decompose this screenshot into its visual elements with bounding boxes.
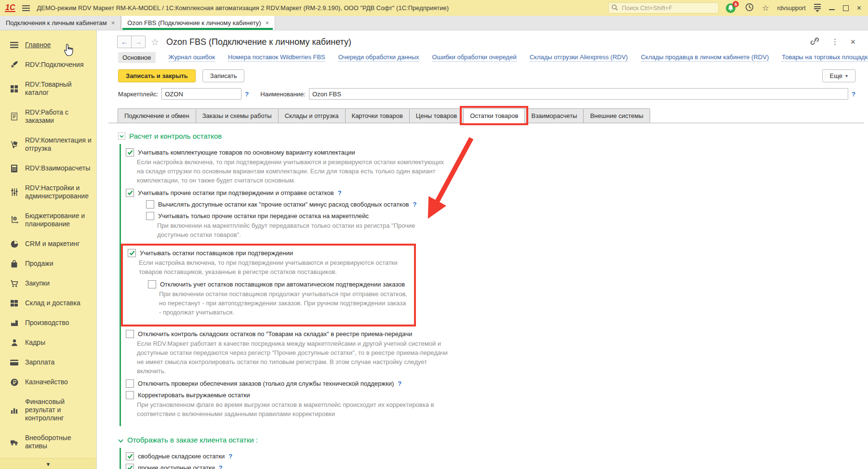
- get-link-icon[interactable]: [810, 37, 819, 47]
- cart-icon: [10, 280, 19, 287]
- favorites-star-icon[interactable]: ☆: [762, 4, 769, 12]
- marketplace-label: Маркетплейс:: [118, 91, 158, 98]
- checkbox-compute-available-unchecked[interactable]: [146, 200, 154, 208]
- window-close-button[interactable]: ×: [857, 4, 861, 12]
- tab-close-icon[interactable]: ×: [266, 19, 269, 26]
- sidebar-item-rdv-admin[interactable]: RDV:Настройки и администрирование: [0, 178, 96, 206]
- sidebar-item-rdv-orders[interactable]: RDV:Работа с заказами: [0, 103, 96, 130]
- history-icon[interactable]: [745, 3, 754, 13]
- sidebar-item-treasury[interactable]: Казначейство: [0, 372, 96, 392]
- checkbox-only-other-stocks-unchecked[interactable]: [146, 212, 154, 220]
- more-menu-kebab-icon[interactable]: ⋮: [831, 38, 839, 46]
- sidebar-item-rdv-catalog[interactable]: RDV:Товарный каталог: [0, 75, 96, 103]
- section-show-in-client-order[interactable]: Отображать в заказе клиента остатки :: [118, 436, 864, 444]
- sidebar-item-production[interactable]: Производство: [0, 313, 96, 333]
- main-content: ← → ☆ Ozon FBS (Подключение к личному ка…: [96, 30, 868, 469]
- checkbox-other-stocks-checked[interactable]: [126, 189, 134, 197]
- app-window: 1С ДЕМО-режим RDV Маркет RM-KA-MODEL / 1…: [0, 0, 868, 469]
- checkbox-supplier-stocks-checked[interactable]: [128, 249, 136, 257]
- setting-row: Учитывать только прочие остатки при пере…: [146, 212, 864, 220]
- checkbox-components-checked[interactable]: [126, 148, 134, 156]
- sidebar-item-hr[interactable]: Кадры: [0, 333, 96, 352]
- name-help[interactable]: ?: [852, 91, 855, 98]
- sidebar-scroll-more[interactable]: ▼: [0, 458, 96, 469]
- tab-product-cards[interactable]: Карточки товаров: [345, 108, 410, 123]
- sidebar-item-rdv-settlements[interactable]: RDV:Взаиморасчеты: [0, 158, 96, 178]
- tab-connections-list[interactable]: Подключения к личным кабинетам ×: [0, 16, 121, 30]
- tab-product-prices[interactable]: Цены товаров: [409, 108, 464, 123]
- tab-connection-exchange[interactable]: Подключение и обмен: [118, 108, 196, 123]
- navlink-queue-errors[interactable]: Ошибки обработки очередей: [432, 53, 517, 62]
- tab-ozon-fbs[interactable]: Ozon FBS (Подключение к личному кабинету…: [121, 16, 275, 30]
- back-button[interactable]: ←: [117, 36, 131, 48]
- search-input[interactable]: [621, 4, 715, 12]
- marketplace-help[interactable]: ?: [245, 91, 249, 98]
- navlink-data-queues[interactable]: Очереди обработки данных: [338, 53, 419, 62]
- sidebar-item-sales[interactable]: Продажи: [0, 254, 96, 274]
- navlink-error-log[interactable]: Журнал ошибок: [169, 53, 215, 62]
- checkbox-other-available-stocks-checked[interactable]: [126, 464, 134, 469]
- global-search[interactable]: [608, 2, 719, 13]
- setting-help[interactable]: ?: [338, 189, 342, 196]
- sidebar-item-rdv-picking-shipping[interactable]: RDV:Комплектация и отгрузка: [0, 130, 96, 158]
- checkbox-free-warehouse-stocks-checked[interactable]: [126, 452, 134, 460]
- tab-warehouses-shipping[interactable]: Склады и отгрузка: [278, 108, 346, 123]
- current-user[interactable]: rdvsupport: [777, 5, 806, 12]
- tab-product-stocks[interactable]: Остатки товаров: [463, 108, 525, 123]
- save-button[interactable]: Записать: [202, 69, 245, 82]
- sidebar-item-budgeting[interactable]: Бюджетирование и планирование: [0, 206, 96, 234]
- user-menu-icon[interactable]: [814, 4, 821, 12]
- tab-orders-schemes[interactable]: Заказы и схемы работы: [196, 108, 279, 123]
- checkbox-adjust-stocks-unchecked[interactable]: [126, 391, 134, 399]
- planning-chart-icon: [10, 216, 19, 224]
- navlink-main[interactable]: Основное: [118, 52, 156, 63]
- navlink-wb-supply-numbers[interactable]: Номера поставок Wildberries FBS: [228, 53, 325, 62]
- setting-row: Учитывать комплектующие товаров по основ…: [126, 148, 864, 156]
- collapse-expander-icon[interactable]: [118, 132, 125, 140]
- favorite-star-icon[interactable]: ☆: [151, 37, 159, 48]
- setting-help[interactable]: ?: [219, 464, 223, 469]
- navlink-seller-warehouses[interactable]: Склады продавца в личном кабинете (RDV): [641, 53, 769, 62]
- name-field[interactable]: [309, 88, 848, 100]
- section-stock-calculation[interactable]: Расчет и контроль остатков: [118, 132, 864, 140]
- caret-down-icon: ▾: [845, 73, 848, 78]
- marketplace-field[interactable]: [161, 88, 241, 100]
- minimize-button[interactable]: [829, 9, 835, 10]
- form-close-icon[interactable]: ×: [850, 38, 855, 46]
- sidebar-item-warehouse[interactable]: Склад и доставка: [0, 293, 96, 313]
- catalog-grid-icon: [10, 85, 19, 92]
- setting-help[interactable]: ?: [398, 380, 401, 387]
- more-button[interactable]: Еще▾: [822, 69, 855, 82]
- bar-chart-icon: [10, 406, 19, 414]
- main-menu-icon[interactable]: [22, 5, 30, 11]
- save-and-close-button[interactable]: Записать и закрыть: [118, 69, 196, 82]
- navlink-marketplace-products[interactable]: Товары на торговых площадках: [782, 53, 868, 62]
- tab-close-icon[interactable]: ×: [111, 19, 115, 26]
- title-bar: 1С ДЕМО-режим RDV Маркет RM-KA-MODEL / 1…: [0, 0, 868, 16]
- checkbox-disable-supplier-auto-unchecked[interactable]: [148, 280, 156, 288]
- window-title: ДЕМО-режим RDV Маркет RM-KA-MODEL / 1С:К…: [37, 4, 449, 12]
- tab-settlements[interactable]: Взаиморасчеты: [524, 108, 584, 123]
- shopping-bag-icon: [10, 260, 19, 268]
- sidebar-item-payroll[interactable]: Зарплата: [0, 352, 96, 372]
- sidebar-item-rdv-connections[interactable]: RDV:Подключения: [0, 55, 96, 75]
- setting-help[interactable]: ?: [413, 201, 416, 208]
- sidebar-item-fixed-assets[interactable]: Внеоборотные активы: [0, 428, 96, 456]
- tab-label: Подключения к личным кабинетам: [6, 19, 107, 26]
- notifications-bell-icon[interactable]: 5: [725, 3, 737, 13]
- sidebar-item-main[interactable]: Главное: [0, 35, 96, 55]
- setting-help[interactable]: ?: [228, 453, 232, 460]
- setting-row: Учитывать остатки поставщиков при подтве…: [128, 249, 409, 257]
- stocks-settings-panel: Расчет и контроль остатков Учитывать ком…: [108, 123, 864, 469]
- maximize-button[interactable]: [843, 5, 849, 11]
- navlink-aliexpress-warehouses[interactable]: Склады отгрузки Aliexpress (RDV): [530, 53, 628, 62]
- sidebar-item-crm[interactable]: CRM и маркетинг: [0, 234, 96, 254]
- checkbox-disable-order-checks-unchecked[interactable]: [126, 379, 134, 388]
- sidebar-item-financial-result[interactable]: Финансовый результат и контроллинг: [0, 392, 96, 428]
- rocket-icon: [10, 61, 19, 69]
- tab-external-systems[interactable]: Внешние системы: [583, 108, 650, 123]
- checkbox-disable-warehouse-control-unchecked[interactable]: [126, 330, 134, 338]
- sidebar-item-purchasing[interactable]: Закупки: [0, 274, 96, 293]
- forward-button[interactable]: →: [131, 36, 146, 48]
- ruble-icon: [10, 378, 19, 386]
